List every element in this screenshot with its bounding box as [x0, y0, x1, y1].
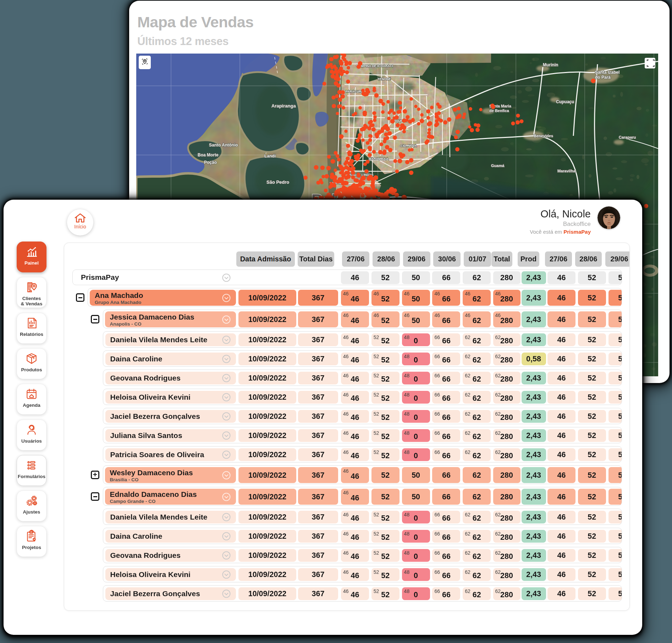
svg-text:MARAMBAIA: MARAMBAIA: [369, 157, 389, 161]
svg-text:Arapiranga: Arapiranga: [271, 103, 296, 109]
svg-text:Murinin: Murinin: [543, 62, 558, 67]
svg-text:Landi: Landi: [264, 154, 276, 159]
svg-text:São Pedro: São Pedro: [266, 179, 289, 185]
svg-text:Benevides: Benevides: [534, 134, 553, 138]
svg-text:Poção: Poção: [204, 160, 217, 165]
svg-text:CID. NOVA: CID. NOVA: [401, 144, 417, 148]
svg-text:do Pará: do Pará: [595, 75, 611, 80]
svg-text:Guamá: Guamá: [491, 163, 505, 168]
svg-text:Santo Antônio: Santo Antônio: [209, 143, 238, 148]
svg-text:de Benfica: de Benfica: [489, 109, 509, 113]
svg-text:Boa Morte: Boa Morte: [198, 153, 219, 157]
svg-text:PARACURI: PARACURI: [346, 90, 362, 93]
svg-text:Caraparu: Caraparu: [619, 135, 636, 139]
svg-text:Maravilha: Maravilha: [557, 169, 576, 173]
svg-text:TENONÉ: TENONÉ: [378, 77, 391, 81]
svg-text:Santa Izabel: Santa Izabel: [595, 70, 619, 75]
svg-text:Cupuaçu: Cupuaçu: [556, 99, 574, 104]
